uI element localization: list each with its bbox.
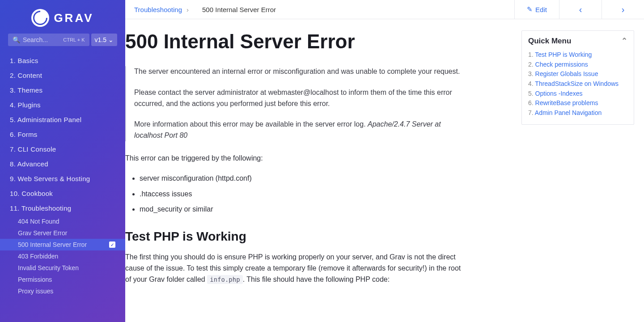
check-icon: ✓ [109,242,115,248]
nav-item[interactable]: 6. Forms [0,127,125,142]
intro-text: This error can be triggered by the follo… [125,153,465,164]
version-label: v1.5 [95,36,106,43]
nav-subitem[interactable]: 403 Forbidden [0,250,125,262]
quick-menu: Quick Menu ⌃ Test PHP is WorkingCheck pe… [521,30,634,125]
nav-subitem[interactable]: Invalid Security Token [0,262,125,274]
nav-item[interactable]: 5. Administration Panel [0,112,125,127]
brand[interactable]: GRAV [0,0,125,34]
quote-line: The server encountered an internal error… [134,66,465,77]
nav-subitem[interactable]: Permissions [0,274,125,285]
nav-item[interactable]: 3. Themes [0,83,125,97]
version-select[interactable]: v1.5 ⌄ [91,34,117,46]
quote-line: More information about this error may be… [134,119,465,141]
nav-item[interactable]: 2. Content [0,68,125,83]
section-heading: Test PHP is Working [125,229,465,244]
sidebar: GRAV 🔍 Search... CTRL + K v1.5 ⌄ 1. Basi… [0,0,125,322]
quick-menu-list: Test PHP is WorkingCheck permissionsRegi… [528,50,627,118]
quick-menu-item[interactable]: Check permissions [528,60,627,70]
list-item: server misconfiguration (httpd.conf) [140,173,465,184]
topbar: Troubleshooting › 500 Internal Server Er… [125,0,644,19]
brand-name: GRAV [54,11,93,25]
quick-menu-item[interactable]: Admin Panel Navigation [528,108,627,118]
prev-button[interactable]: ‹ [559,0,602,19]
nav-subitem[interactable]: 404 Not Found [0,216,125,227]
article: 500 Internal Server Error The server enc… [125,30,517,322]
breadcrumb: Troubleshooting › 500 Internal Server Er… [134,6,514,13]
section-text: The first thing you should do is ensure … [125,252,465,285]
grav-logo-icon [31,9,49,27]
nav-item[interactable]: 4. Plugins [0,97,125,112]
nav-item[interactable]: 9. Web Servers & Hosting [0,171,125,186]
list-item: .htaccess issues [140,189,465,200]
nav-subitem[interactable]: 500 Internal Server Error✓ [0,239,125,250]
nav-item[interactable]: 10. Cookbook [0,186,125,201]
search-placeholder: Search... [23,36,60,43]
edit-button[interactable]: ✎ Edit [514,0,559,19]
quick-menu-title: Quick Menu [528,37,571,46]
nav-item[interactable]: 8. Advanced [0,157,125,171]
quick-menu-item[interactable]: Register Globals Issue [528,69,627,79]
nav-item[interactable]: 1. Basics [0,53,125,68]
breadcrumb-parent[interactable]: Troubleshooting [134,6,182,13]
nav-item[interactable]: 7. CLI Console [0,142,125,157]
chevron-right-icon: › [186,6,189,13]
search-icon: 🔍 [13,36,20,43]
chevron-right-icon: › [622,4,625,15]
quick-menu-item[interactable]: Test PHP is Working [528,50,627,60]
next-button[interactable]: › [602,0,644,19]
error-quote: The server encountered an internal error… [125,66,465,141]
chevron-left-icon: ‹ [579,4,582,15]
nav-item[interactable]: 11. Troubleshooting [0,201,125,216]
search-input[interactable]: 🔍 Search... CTRL + K [8,34,89,46]
main: Troubleshooting › 500 Internal Server Er… [125,0,644,322]
quote-line: Please contact the server administrator … [134,87,465,110]
code-inline: info.php [207,275,242,284]
cause-list: server misconfiguration (httpd.conf).hta… [140,173,465,215]
list-item: mod_security or similar [140,204,465,215]
search-shortcut: CTRL + K [63,37,85,42]
quick-menu-item[interactable]: RewriteBase problems [528,98,627,108]
edit-label: Edit [535,6,547,13]
edit-icon: ✎ [527,5,533,13]
nav: 1. Basics2. Content3. Themes4. Plugins5.… [0,51,125,322]
quick-menu-item[interactable]: Options -Indexes [528,89,627,99]
breadcrumb-current: 500 Internal Server Error [202,6,276,13]
page-title: 500 Internal Server Error [125,30,465,53]
chevron-down-icon: ⌄ [108,36,114,43]
chevron-up-icon[interactable]: ⌃ [621,36,627,46]
quick-menu-item[interactable]: ThreadStackSize on Windows [528,79,627,89]
nav-subitem[interactable]: Grav Server Error [0,227,125,239]
nav-subitem[interactable]: Proxy issues [0,285,125,297]
